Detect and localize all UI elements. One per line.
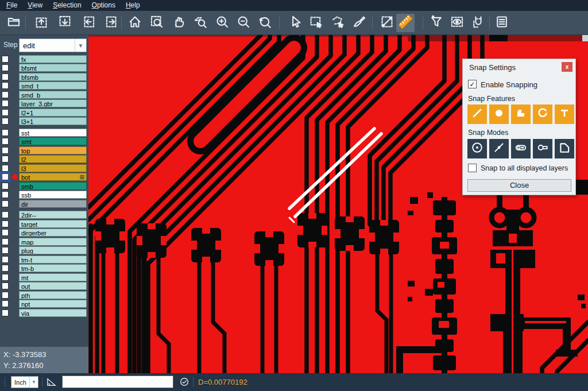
layer-label[interactable]: bfsmt bbox=[19, 64, 87, 72]
layer-checkbox[interactable] bbox=[2, 309, 9, 316]
menu-selection[interactable]: Selection bbox=[48, 0, 86, 11]
toolbar-open-file-button[interactable] bbox=[5, 14, 23, 32]
layer-checkbox[interactable] bbox=[2, 220, 9, 227]
layer-label[interactable]: tm-t bbox=[19, 255, 87, 264]
snap-feature-circle-button[interactable] bbox=[489, 104, 509, 124]
toolbar-pan-hand-button[interactable] bbox=[169, 14, 188, 32]
layer-checkbox[interactable] bbox=[2, 256, 9, 263]
enable-snapping-checkbox[interactable]: ✓ bbox=[468, 80, 477, 88]
layer-label[interactable]: smb bbox=[19, 182, 87, 190]
toolbar-ruler-button[interactable] bbox=[396, 14, 415, 32]
toolbar-pan-left-button[interactable] bbox=[79, 14, 98, 32]
toolbar-select-polygon-button[interactable] bbox=[328, 14, 347, 32]
chevron-down-icon[interactable]: ▼ bbox=[75, 39, 86, 52]
layer-checkbox[interactable] bbox=[2, 211, 9, 218]
layer-checkbox[interactable] bbox=[2, 165, 9, 172]
layer-checkbox[interactable] bbox=[2, 129, 9, 136]
toolbar-view-options-button[interactable] bbox=[448, 14, 466, 32]
chevron-down-icon[interactable]: ▼ bbox=[29, 377, 38, 388]
layer-checkbox[interactable] bbox=[2, 118, 9, 125]
layer-checkbox[interactable] bbox=[2, 109, 9, 116]
layer-label[interactable]: l3 bbox=[19, 164, 87, 172]
layer-label[interactable]: layer_3.gbr bbox=[19, 99, 87, 107]
layer-checkbox[interactable] bbox=[2, 147, 9, 154]
toolbar-select-rectangle-button[interactable] bbox=[307, 14, 325, 32]
layer-checkbox[interactable] bbox=[2, 300, 9, 307]
snap-feature-line-button[interactable] bbox=[467, 104, 487, 124]
layer-label[interactable]: npt bbox=[19, 300, 87, 308]
layer-checkbox[interactable] bbox=[2, 229, 9, 236]
layer-label[interactable]: map bbox=[19, 238, 87, 246]
toolbar-pan-down-button[interactable] bbox=[56, 14, 74, 32]
layer-label[interactable]: smt bbox=[19, 137, 87, 145]
layer-label[interactable]: l2+1 bbox=[19, 109, 87, 117]
menu-help[interactable]: Help bbox=[121, 0, 145, 11]
layer-checkbox[interactable] bbox=[2, 64, 9, 71]
layer-checkbox[interactable] bbox=[2, 191, 9, 198]
layer-label[interactable]: sst bbox=[19, 129, 87, 137]
layer-checkbox[interactable] bbox=[2, 156, 9, 162]
layer-label[interactable]: dirgerber bbox=[19, 229, 87, 237]
layer-checkbox[interactable] bbox=[2, 265, 9, 272]
snap-feature-text-button[interactable] bbox=[555, 104, 574, 124]
toolbar-measure-distance-button[interactable] bbox=[378, 14, 396, 32]
step-select[interactable]: edit ▼ bbox=[19, 38, 87, 52]
toolbar-pan-up-button[interactable] bbox=[32, 14, 51, 32]
command-input[interactable] bbox=[62, 375, 173, 388]
snap-mode-pad-entry-button[interactable] bbox=[511, 139, 531, 158]
snap-feature-arc-button[interactable] bbox=[533, 104, 552, 124]
layer-grid-icon[interactable]: ⊞ bbox=[80, 173, 84, 181]
menu-options[interactable]: Options bbox=[87, 0, 121, 11]
layer-checkbox[interactable] bbox=[2, 292, 9, 299]
toolbar-pan-right-button[interactable] bbox=[103, 14, 121, 32]
layer-label[interactable]: top bbox=[19, 146, 87, 154]
toolbar-zoom-previous-button[interactable] bbox=[256, 14, 274, 32]
layer-checkbox[interactable] bbox=[2, 82, 9, 89]
toolbar-select-arrow-button[interactable] bbox=[286, 14, 304, 32]
layer-checkbox[interactable] bbox=[2, 274, 9, 281]
layer-label[interactable]: via bbox=[19, 309, 87, 317]
snap-feature-pad-button[interactable] bbox=[511, 104, 531, 124]
unit-select[interactable]: Inch ▼ bbox=[11, 376, 38, 388]
layer-label[interactable]: out bbox=[19, 282, 87, 290]
menu-view[interactable]: View bbox=[22, 0, 48, 11]
layer-checkbox[interactable] bbox=[2, 282, 9, 289]
layer-checkbox[interactable] bbox=[2, 247, 9, 254]
layer-label[interactable]: ssb bbox=[19, 191, 87, 199]
layer-label[interactable]: l2 bbox=[19, 155, 87, 163]
toolbar-filter-button[interactable] bbox=[427, 14, 446, 32]
layer-label[interactable]: 2dir-- bbox=[19, 211, 87, 219]
toolbar-zoom-out-button[interactable] bbox=[234, 14, 253, 32]
canvas-scrollbar-nub[interactable] bbox=[582, 35, 588, 41]
toolbar-zoom-dynamic-button[interactable] bbox=[191, 14, 210, 32]
layer-checkbox[interactable] bbox=[2, 100, 9, 107]
toolbar-zoom-window-button[interactable] bbox=[148, 14, 166, 32]
close-button[interactable]: Close bbox=[467, 179, 571, 192]
layer-label[interactable]: smd_b bbox=[19, 91, 87, 99]
angle-tool-icon[interactable] bbox=[46, 377, 57, 390]
snap-mode-midpoint-button[interactable] bbox=[489, 139, 509, 158]
layer-label[interactable]: target bbox=[19, 220, 87, 228]
layer-checkbox[interactable] bbox=[2, 138, 9, 145]
layer-checkbox[interactable] bbox=[2, 173, 9, 180]
snap-mode-corner-button[interactable] bbox=[555, 139, 574, 158]
layer-checkbox[interactable] bbox=[2, 183, 9, 189]
layer-label[interactable]: tm-b bbox=[19, 264, 87, 272]
layer-label[interactable]: mt bbox=[19, 273, 87, 281]
layer-label[interactable]: pth bbox=[19, 291, 87, 299]
layer-label[interactable]: dir bbox=[19, 200, 87, 208]
layer-label[interactable]: l3+1 bbox=[19, 117, 87, 125]
layer-label[interactable]: bfsmb bbox=[19, 73, 87, 81]
toolbar-layer-panel-button[interactable] bbox=[493, 14, 511, 32]
toolbar-snap-settings-button[interactable] bbox=[469, 14, 488, 32]
snap-mode-center-button[interactable] bbox=[467, 139, 487, 158]
apply-icon[interactable] bbox=[179, 377, 189, 389]
toolbar-brush-select-button[interactable] bbox=[350, 14, 369, 32]
layer-checkbox[interactable] bbox=[2, 91, 9, 98]
toolbar-zoom-in-button[interactable] bbox=[213, 14, 231, 32]
layer-label[interactable]: plug bbox=[19, 246, 87, 254]
snap-all-layers-checkbox[interactable] bbox=[468, 164, 477, 172]
layer-checkbox[interactable] bbox=[2, 200, 9, 207]
menu-file[interactable]: File bbox=[1, 0, 22, 11]
dialog-close-icon[interactable]: x bbox=[562, 62, 572, 72]
